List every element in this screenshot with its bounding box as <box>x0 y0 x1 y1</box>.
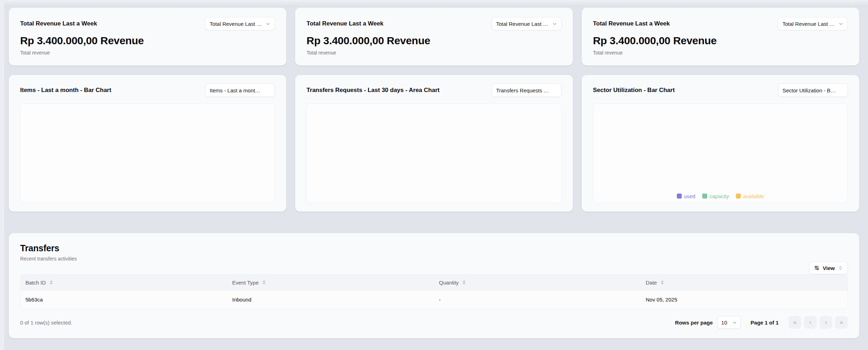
dropdown-label: Total Revenue Last a... <box>782 21 836 27</box>
sort-icon <box>660 280 665 285</box>
stat-card-subtitle: Total revenue <box>20 50 275 56</box>
chevron-down-icon <box>266 22 270 26</box>
grouped_bar-chart[interactable] <box>597 109 844 193</box>
dropdown-label: Transfers Requests -... <box>496 87 550 93</box>
table-cell: Inbound <box>227 297 434 303</box>
stat-metric-dropdown[interactable]: Total Revenue Last a... <box>778 17 848 30</box>
column-header-date[interactable]: Date <box>641 280 848 286</box>
view-button-label: View <box>823 265 835 271</box>
column-header-event-type[interactable]: Event Type <box>227 280 434 286</box>
last-page-button[interactable]: » <box>835 316 848 329</box>
sort-icon <box>462 280 467 285</box>
stat-metric-dropdown[interactable]: Total Revenue Last a... <box>492 17 562 30</box>
chevron-down-icon: 030006000900012000Gudang UtamaRB2RB1RA3R… <box>839 88 843 93</box>
chevron-down-icon <box>732 320 737 325</box>
sliders-icon <box>814 265 820 271</box>
stat-card-2: Total Revenue Last a WeekTotal Revenue L… <box>582 8 859 65</box>
table-cell: - <box>434 297 641 303</box>
column-header-batch-id[interactable]: Batch ID <box>20 280 227 286</box>
table-body: 5b63caInbound-Nov 05, 2025 <box>20 290 848 309</box>
stat-metric-dropdown[interactable]: Total Revenue Last a... <box>205 17 275 30</box>
chart-card-title: Items - Last a month - Bar Chart <box>20 87 111 94</box>
chart-metric-dropdown[interactable]: Sector Utilization - Ba...03000600090001… <box>778 84 848 97</box>
stat-card-title: Total Revenue Last a Week <box>20 17 97 27</box>
bar-chart[interactable] <box>24 107 271 201</box>
legend-swatch <box>736 194 741 199</box>
legend-item-used: used <box>677 193 696 199</box>
chart-card-title: Sector Utilization - Bar Chart <box>593 87 675 94</box>
next-page-button[interactable]: › <box>820 316 832 329</box>
chart-cards-row: Items - Last a month - Bar ChartItems - … <box>9 75 859 212</box>
stat-cards-row: Total Revenue Last a WeekTotal Revenue L… <box>9 8 859 65</box>
chevron-down-icon <box>839 22 843 26</box>
stat-card-value: Rp 3.400.000,00 Revenue <box>20 35 275 47</box>
transfers-card: Transfers Recent transfers activities Vi… <box>9 233 859 338</box>
legend-swatch <box>702 194 707 199</box>
dropdown-label: Items - Last a month -.. <box>210 87 263 93</box>
chart-card-1: Transfers Requests - Last 30 days - Area… <box>295 75 573 212</box>
chart-panel: usedcapacityavailable <box>593 103 848 203</box>
selected-rows-text: 0 of 1 row(s) selected. <box>20 320 72 326</box>
chart-panel <box>20 103 275 203</box>
column-header-quantity[interactable]: Quantity <box>434 280 641 286</box>
svg-text:0.75: 0.75 <box>270 88 270 91</box>
dropdown-label: Total Revenue Last a... <box>210 21 263 27</box>
chart-card-2: Sector Utilization - Bar ChartSector Uti… <box>582 75 859 212</box>
chart-card-title: Transfers Requests - Last 30 days - Area… <box>306 87 439 94</box>
rows-per-page-select[interactable]: 10 <box>717 316 741 329</box>
table-row[interactable]: 5b63caInbound-Nov 05, 2025 <box>20 290 848 309</box>
previous-page-button[interactable]: ‹ <box>804 316 817 329</box>
table-footer: 0 of 1 row(s) selected. Rows per page 10… <box>20 316 848 329</box>
chart-card-0: Items - Last a month - Bar ChartItems - … <box>9 75 286 212</box>
first-page-button[interactable]: « <box>788 316 801 329</box>
table-cell: 5b63ca <box>20 297 227 303</box>
svg-text:1.5: 1.5 <box>556 88 557 91</box>
stat-card-value: Rp 3.400.000,00 Revenue <box>306 35 561 47</box>
view-button[interactable]: View <box>809 262 848 274</box>
stat-card-title: Total Revenue Last a Week <box>593 17 670 27</box>
chart-metric-dropdown[interactable]: Transfers Requests -...00.511.52Oct 21Oc… <box>492 84 562 97</box>
sort-icon <box>262 280 266 285</box>
stat-card-value: Rp 3.400.000,00 Revenue <box>593 35 848 47</box>
stat-card-1: Total Revenue Last a WeekTotal Revenue L… <box>295 8 573 65</box>
legend-item-available: available <box>736 193 764 199</box>
dashboard-main: Total Revenue Last a WeekTotal Revenue L… <box>9 8 859 338</box>
sort-icon <box>49 280 54 285</box>
table-cell: Nov 05, 2025 <box>641 297 848 303</box>
transfers-table: Batch IDEvent TypeQuantityDate 5b63caInb… <box>20 274 848 309</box>
stat-card-title: Total Revenue Last a Week <box>306 17 383 27</box>
stat-card-0: Total Revenue Last a WeekTotal Revenue L… <box>9 8 286 65</box>
table-header-row: Batch IDEvent TypeQuantityDate <box>20 275 848 290</box>
chevrons-up-down-icon <box>838 265 843 270</box>
dropdown-label: Sector Utilization - Ba... <box>782 87 836 93</box>
chevron-down-icon: 00.511.52Oct 21Oct 24Oct 27Oct 30Nov 2No… <box>552 88 557 93</box>
chart-legend: usedcapacityavailable <box>677 193 764 199</box>
chart-metric-dropdown[interactable]: Items - Last a month -..00.250.50.751Oct… <box>205 84 275 97</box>
legend-item-capacity: capacity <box>702 193 729 199</box>
page-top-band <box>0 0 868 7</box>
transfers-title: Transfers <box>20 243 848 253</box>
legend-swatch <box>677 194 682 199</box>
page-info: Page 1 of 1 <box>751 320 779 326</box>
chevron-down-icon: 00.250.50.751Oct 21Oct 24Oct 27Oct 30Nov… <box>266 88 270 93</box>
dropdown-label: Total Revenue Last a... <box>496 21 550 27</box>
svg-text:12000: 12000 <box>841 89 843 93</box>
page-left-strip <box>0 0 4 350</box>
chevron-down-icon <box>552 22 557 26</box>
stat-card-subtitle: Total revenue <box>593 50 848 56</box>
area-chart[interactable] <box>310 107 558 201</box>
transfers-subtitle: Recent transfers activities <box>20 256 848 262</box>
stat-card-subtitle: Total revenue <box>306 50 561 56</box>
chart-panel <box>306 103 561 203</box>
rows-per-page-value: 10 <box>721 320 727 326</box>
rows-per-page-label: Rows per page <box>675 320 713 326</box>
